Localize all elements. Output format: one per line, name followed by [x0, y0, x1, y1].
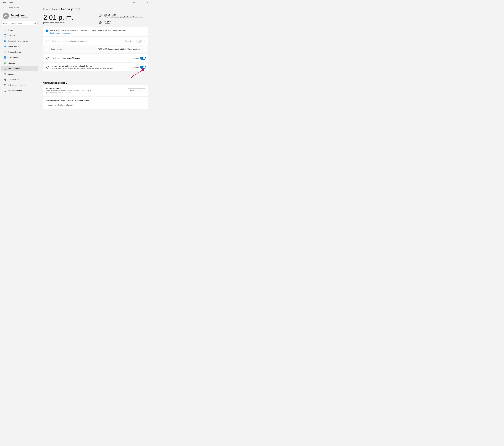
- sidebar-item-label: Aplicaciones: [8, 57, 19, 58]
- svg-point-10: [5, 74, 6, 75]
- window-controls: ─ □ ✕: [131, 0, 150, 4]
- sync-card: Sincronizar ahora Última sincronización …: [43, 85, 148, 96]
- breadcrumb-separator: ›: [59, 8, 60, 11]
- sidebar-item-inicio[interactable]: ⌂ Inicio: [1, 27, 38, 33]
- region-item: Región España: [98, 20, 148, 25]
- breadcrumb-current: Fecha y hora: [61, 7, 80, 11]
- profile-info: Juanma Delgado juanmatek@outlook.com: [11, 14, 28, 18]
- timezone-info: Zona horaria (UTC-06:00) Guadalajara, Ci…: [98, 14, 148, 25]
- profile-section: Juanma Delgado juanmatek@outlook.com: [0, 10, 39, 21]
- globe-icon: [98, 14, 102, 18]
- sidebar-nav: ⌂ Inicio Sistema Bluetooth y dispositivo…: [0, 27, 39, 94]
- auto-time-card: Establecer la hora automáticamente Activ…: [43, 54, 148, 62]
- region-label: Región: [104, 20, 111, 23]
- sidebar-title: Configuración: [8, 7, 19, 9]
- calendar-card: Mostrar calendarios adicionales en la ba…: [43, 97, 148, 109]
- show-clock-toggle[interactable]: [140, 66, 146, 69]
- apps-icon: [4, 56, 7, 59]
- profile-name: Juanma Delgado: [11, 14, 28, 16]
- sidebar-item-red[interactable]: Red e Internet: [1, 44, 38, 49]
- sync-sub1: Última sincronización de hora correcta: …: [46, 90, 126, 92]
- update-icon: [4, 89, 7, 92]
- calendar-title: Mostrar calendarios adicionales en la ba…: [46, 99, 146, 101]
- sidebar-item-label: Personalización: [8, 51, 21, 53]
- breadcrumb: Hora e idioma › Fecha y hora: [43, 7, 148, 11]
- auto-time-toggle[interactable]: [140, 57, 146, 60]
- svg-point-9: [5, 74, 6, 74]
- collapse-button[interactable]: ∧: [143, 39, 146, 43]
- sidebar-item-sistema[interactable]: Sistema: [1, 33, 38, 38]
- sidebar-item-label: Sistema: [8, 34, 15, 37]
- calendar-dropdown-value: No mostrar calendarios adicionales: [48, 104, 74, 106]
- show-clock-info: Mostrar hora y fecha en la bandeja del s…: [52, 65, 130, 69]
- sidebar-item-accesibilidad[interactable]: Accesibilidad: [1, 77, 38, 82]
- current-date: jueves, 30 de mayo de 2024: [43, 22, 94, 24]
- calendar-dropdown[interactable]: No mostrar calendarios adicionales ▾: [46, 103, 146, 107]
- sidebar-item-hora[interactable]: Hora e idioma: [1, 66, 38, 71]
- show-clock-card: Mostrar hora y fecha en la bandeja del s…: [43, 63, 148, 71]
- sidebar-item-privacidad[interactable]: Privacidad y seguridad: [1, 82, 38, 88]
- title-bar: Configuración ─ □ ✕: [0, 0, 152, 5]
- app-body: ← Configuración Juanma Delgado juanmatek…: [0, 5, 152, 118]
- current-time: 2:01 p. m.: [43, 14, 94, 21]
- search-icon: 🔍: [34, 22, 36, 24]
- location-settings-link[interactable]: Configuración de ubicación: [50, 32, 70, 34]
- sidebar-item-juegos[interactable]: Juegos: [1, 71, 38, 77]
- sidebar-item-bluetooth[interactable]: Bluetooth y dispositivos: [1, 38, 38, 44]
- svg-point-6: [5, 62, 6, 63]
- sidebar-item-label: Privacidad y seguridad: [8, 84, 27, 86]
- show-clock-right: Activado: [132, 66, 146, 69]
- back-button[interactable]: ←: [2, 6, 6, 10]
- svg-point-11: [5, 78, 5, 79]
- timezone-dropdown[interactable]: (UTC-06:00) Guadalajara, Ciudad de Méxic…: [96, 47, 146, 51]
- sidebar-item-label: Hora e idioma: [8, 68, 20, 70]
- search-input[interactable]: [3, 22, 33, 24]
- svg-rect-17: [47, 68, 48, 68]
- bluetooth-icon: [4, 39, 7, 42]
- minimize-button[interactable]: ─: [131, 0, 137, 4]
- auto-time-info: Establecer la hora automáticamente: [52, 57, 130, 59]
- sidebar-item-label: Bluetooth y dispositivos: [8, 40, 28, 42]
- calendar-row: Mostrar calendarios adicionales en la ba…: [43, 97, 148, 109]
- sidebar-item-label: Accesibilidad: [8, 78, 19, 81]
- show-clock-card-wrapper: Mostrar hora y fecha en la bandeja del s…: [43, 63, 148, 71]
- timezone-label: Zona horaria: [104, 14, 146, 16]
- sidebar: ← Configuración Juanma Delgado juanmatek…: [0, 5, 39, 118]
- auto-timezone-toggle[interactable]: [136, 39, 142, 43]
- auto-timezone-status: Desactivado: [125, 40, 134, 42]
- sidebar-item-label: Red e Internet: [8, 45, 20, 48]
- sync-row: Sincronizar ahora Última sincronización …: [43, 85, 148, 96]
- svg-rect-5: [5, 58, 6, 58]
- auto-time-icon: [46, 56, 50, 60]
- calendar-dropdown-arrow-icon: ▾: [143, 104, 144, 106]
- additional-settings-title: Configuración adicional: [43, 82, 148, 84]
- breadcrumb-parent: Hora e idioma: [43, 8, 58, 11]
- timezone-item: Zona horaria (UTC-06:00) Guadalajara, Ci…: [98, 14, 148, 18]
- games-icon: [4, 73, 7, 76]
- sync-info: Sincronizar ahora Última sincronización …: [46, 88, 126, 94]
- home-icon: ⌂: [4, 29, 7, 31]
- sidebar-item-label: Juegos: [8, 73, 14, 75]
- auto-timezone-info: Establecer la zona horaria automáticamen…: [52, 40, 123, 42]
- time-display: 2:01 p. m. jueves, 30 de mayo de 2024: [43, 14, 94, 24]
- search-box[interactable]: 🔍: [2, 21, 37, 25]
- auto-time-status: Activado: [132, 57, 139, 59]
- auto-time-label: Establecer la hora automáticamente: [52, 57, 130, 59]
- show-clock-icon: [46, 65, 50, 69]
- sidebar-item-cuentas[interactable]: Cuentas: [1, 60, 38, 66]
- region-value: España: [104, 23, 111, 25]
- maximize-button[interactable]: □: [138, 0, 144, 4]
- time-icon: [4, 67, 7, 70]
- show-clock-desc: Desactivar esta opción para ocultar la i…: [52, 68, 130, 69]
- sidebar-item-update[interactable]: Windows Update: [1, 88, 38, 94]
- window-title: Configuración: [2, 1, 13, 3]
- arrow-spacer: [43, 73, 148, 79]
- dropdown-arrow-icon: ▾: [143, 48, 144, 50]
- info-banner: i Habilite el permiso de ubicación para …: [43, 27, 148, 36]
- network-icon: [4, 45, 7, 48]
- sidebar-item-aplicaciones[interactable]: Aplicaciones: [1, 55, 38, 60]
- timezone-select-label: Zona horaria: [51, 48, 94, 50]
- sync-now-button[interactable]: Sincronizar ahora: [127, 88, 146, 93]
- sidebar-item-personalizacion[interactable]: Personalización: [1, 49, 38, 55]
- close-button[interactable]: ✕: [144, 0, 150, 4]
